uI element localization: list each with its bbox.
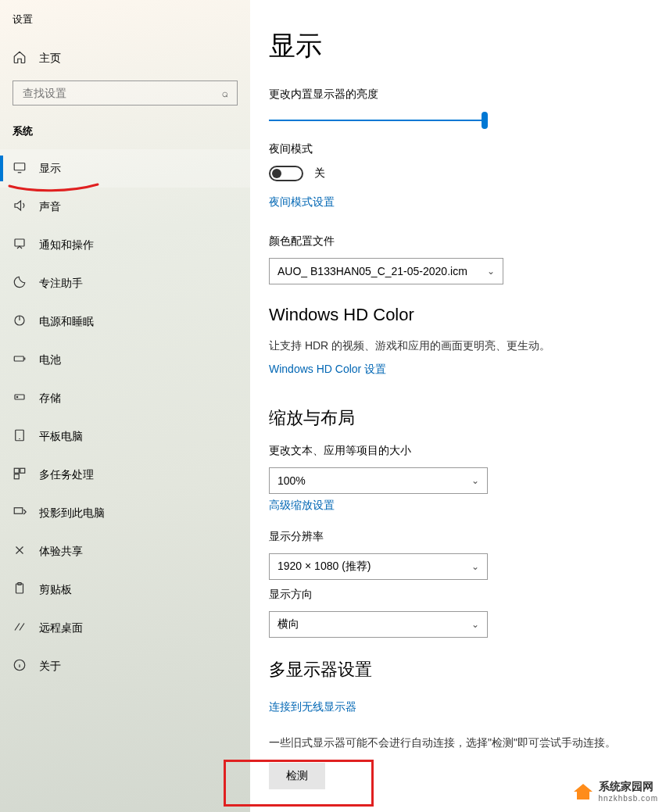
sidebar-item-5[interactable]: 电池 bbox=[0, 341, 250, 379]
watermark-sub: hnzkhbsb.com bbox=[599, 794, 658, 803]
sidebar-item-9[interactable]: 投影到此电脑 bbox=[0, 494, 250, 532]
svg-rect-3 bbox=[14, 356, 23, 361]
text-size-select[interactable]: 100% ⌄ bbox=[269, 467, 488, 494]
hdcolor-heading: Windows HD Color bbox=[269, 305, 650, 325]
svg-rect-9 bbox=[14, 474, 19, 479]
annotation-underline bbox=[8, 183, 102, 194]
multitask-icon bbox=[13, 467, 27, 483]
sidebar-item-10[interactable]: 体验共享 bbox=[0, 532, 250, 571]
orientation-label: 显示方向 bbox=[269, 588, 650, 602]
search-input[interactable] bbox=[13, 80, 238, 106]
sidebar-item-0[interactable]: 显示 bbox=[0, 149, 250, 188]
resolution-label: 显示分辨率 bbox=[269, 530, 650, 544]
sidebar-item-13[interactable]: 关于 bbox=[0, 647, 250, 685]
sidebar-item-3[interactable]: 专注助手 bbox=[0, 264, 250, 302]
home-label: 主页 bbox=[39, 52, 61, 66]
sidebar-item-label: 存储 bbox=[39, 392, 61, 406]
multi-display-heading: 多显示器设置 bbox=[269, 658, 650, 681]
app-title: 设置 bbox=[0, 8, 250, 42]
night-mode-settings-link[interactable]: 夜间模式设置 bbox=[269, 195, 335, 209]
about-icon bbox=[13, 658, 27, 674]
sidebar-item-label: 关于 bbox=[39, 660, 61, 674]
text-size-label: 更改文本、应用等项目的大小 bbox=[269, 444, 650, 458]
sidebar-item-label: 投影到此电脑 bbox=[39, 506, 105, 520]
sidebar-item-12[interactable]: 远程桌面 bbox=[0, 609, 250, 647]
chevron-down-icon: ⌄ bbox=[471, 561, 479, 572]
main-content: 显示 更改内置显示器的亮度 夜间模式 关 夜间模式设置 颜色配置文件 AUO_ … bbox=[250, 0, 666, 812]
svg-rect-7 bbox=[14, 468, 19, 473]
night-mode-toggle[interactable] bbox=[269, 166, 303, 181]
tablet-icon bbox=[13, 428, 27, 445]
search-icon: ⌕ bbox=[222, 87, 228, 99]
sidebar-item-label: 通知和操作 bbox=[39, 238, 94, 252]
old-display-desc: 一些旧式显示器可能不会进行自动连接，选择"检测"即可尝试手动连接。 bbox=[269, 736, 650, 750]
chevron-down-icon: ⌄ bbox=[471, 619, 479, 630]
watermark-name: 系统家园网 bbox=[599, 780, 653, 792]
color-profile-select[interactable]: AUO_ B133HAN05_C_21-05-2020.icm ⌄ bbox=[269, 258, 503, 284]
sidebar-item-6[interactable]: 存储 bbox=[0, 379, 250, 417]
chevron-down-icon: ⌄ bbox=[471, 475, 479, 486]
wireless-display-link[interactable]: 连接到无线显示器 bbox=[269, 700, 356, 714]
svg-rect-10 bbox=[14, 508, 23, 514]
sidebar-item-label: 远程桌面 bbox=[39, 621, 83, 635]
svg-rect-0 bbox=[14, 163, 25, 170]
color-profile-label: 颜色配置文件 bbox=[269, 234, 650, 249]
watermark-logo-icon bbox=[572, 782, 594, 801]
sidebar-item-label: 电池 bbox=[39, 353, 61, 367]
sidebar-item-label: 剪贴板 bbox=[39, 583, 72, 597]
night-mode-state: 关 bbox=[314, 166, 325, 181]
sidebar-item-label: 平板电脑 bbox=[39, 430, 83, 444]
detect-button[interactable]: 检测 bbox=[269, 763, 325, 789]
home-icon bbox=[13, 50, 27, 66]
category-heading: 系统 bbox=[0, 120, 250, 149]
night-mode-label: 夜间模式 bbox=[269, 142, 650, 156]
sidebar-item-7[interactable]: 平板电脑 bbox=[0, 417, 250, 456]
storage-icon bbox=[13, 390, 27, 406]
sidebar-item-label: 电源和睡眠 bbox=[39, 315, 94, 329]
svg-point-5 bbox=[16, 396, 18, 398]
clipboard-icon bbox=[13, 581, 27, 598]
page-title: 显示 bbox=[269, 28, 650, 64]
svg-rect-8 bbox=[20, 468, 25, 473]
hdcolor-desc: 让支持 HDR 的视频、游戏和应用的画面更明亮、更生动。 bbox=[269, 339, 650, 353]
sidebar-item-11[interactable]: 剪贴板 bbox=[0, 571, 250, 609]
brightness-slider[interactable] bbox=[269, 111, 488, 130]
settings-sidebar: 设置 主页 ⌕ 系统 显示声音通知和操作专注助手电源和睡眠电池存储平板电脑多任务… bbox=[0, 0, 250, 812]
remote-icon bbox=[13, 620, 27, 636]
advanced-scaling-link[interactable]: 高级缩放设置 bbox=[269, 499, 335, 513]
sidebar-item-4[interactable]: 电源和睡眠 bbox=[0, 302, 250, 341]
home-nav[interactable]: 主页 bbox=[0, 42, 250, 74]
brightness-label: 更改内置显示器的亮度 bbox=[269, 88, 650, 102]
power-icon bbox=[13, 313, 27, 330]
svg-rect-1 bbox=[15, 239, 24, 246]
resolution-select[interactable]: 1920 × 1080 (推荐) ⌄ bbox=[269, 553, 488, 580]
notification-icon bbox=[13, 237, 27, 253]
text-size-value: 100% bbox=[278, 474, 306, 487]
sidebar-item-label: 显示 bbox=[39, 162, 61, 176]
orientation-select[interactable]: 横向 ⌄ bbox=[269, 611, 488, 638]
scale-heading: 缩放与布局 bbox=[269, 406, 650, 430]
sidebar-item-2[interactable]: 通知和操作 bbox=[0, 226, 250, 264]
sidebar-item-label: 多任务处理 bbox=[39, 468, 94, 482]
sidebar-item-label: 声音 bbox=[39, 200, 61, 214]
orientation-value: 横向 bbox=[278, 617, 299, 631]
watermark: 系统家园网 hnzkhbsb.com bbox=[572, 780, 658, 803]
share-icon bbox=[13, 543, 27, 560]
hdcolor-link[interactable]: Windows HD Color 设置 bbox=[269, 363, 386, 377]
battery-icon bbox=[13, 352, 27, 368]
sidebar-item-8[interactable]: 多任务处理 bbox=[0, 456, 250, 494]
sound-icon bbox=[13, 199, 27, 215]
sidebar-item-label: 专注助手 bbox=[39, 277, 83, 291]
resolution-value: 1920 × 1080 (推荐) bbox=[278, 560, 371, 574]
monitor-icon bbox=[13, 160, 27, 177]
chevron-down-icon: ⌄ bbox=[487, 266, 495, 277]
sidebar-item-label: 体验共享 bbox=[39, 545, 83, 559]
color-profile-value: AUO_ B133HAN05_C_21-05-2020.icm bbox=[278, 265, 467, 277]
focus-icon bbox=[13, 275, 27, 292]
project-icon bbox=[13, 505, 27, 521]
